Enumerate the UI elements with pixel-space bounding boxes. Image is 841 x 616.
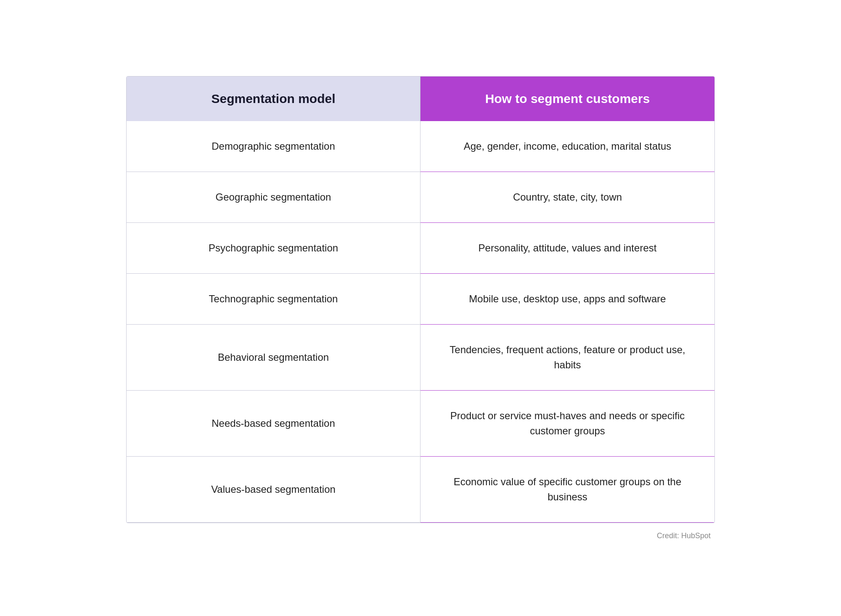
table-row-right: Mobile use, desktop use, apps and softwa… bbox=[420, 274, 714, 325]
table-row-left: Values-based segmentation bbox=[127, 457, 420, 523]
header-col2-label: How to segment customers bbox=[485, 92, 650, 106]
header-col2: How to segment customers bbox=[420, 77, 714, 121]
table-row-left: Behavioral segmentation bbox=[127, 325, 420, 391]
table-row-right: Country, state, city, town bbox=[420, 172, 714, 223]
how-label: Age, gender, income, education, marital … bbox=[464, 139, 672, 154]
model-label: Psychographic segmentation bbox=[209, 241, 338, 256]
table-header: Segmentation model How to segment custom… bbox=[127, 77, 714, 121]
segmentation-table: Segmentation model How to segment custom… bbox=[126, 76, 715, 523]
model-label: Needs-based segmentation bbox=[212, 416, 335, 431]
table-row-left: Demographic segmentation bbox=[127, 121, 420, 172]
table-row-left: Technographic segmentation bbox=[127, 274, 420, 325]
how-label: Tendencies, frequent actions, feature or… bbox=[442, 342, 693, 373]
main-container: Segmentation model How to segment custom… bbox=[126, 76, 715, 540]
how-label: Economic value of specific customer grou… bbox=[442, 474, 693, 505]
table-row-right: Personality, attitude, values and intere… bbox=[420, 223, 714, 274]
table-row-left: Needs-based segmentation bbox=[127, 391, 420, 457]
model-label: Values-based segmentation bbox=[211, 482, 336, 497]
how-label: Product or service must-haves and needs … bbox=[442, 408, 693, 439]
table-row-right: Age, gender, income, education, marital … bbox=[420, 121, 714, 172]
header-col1-label: Segmentation model bbox=[211, 92, 335, 106]
model-label: Behavioral segmentation bbox=[218, 350, 329, 365]
model-label: Geographic segmentation bbox=[216, 190, 331, 205]
table-row-left: Psychographic segmentation bbox=[127, 223, 420, 274]
model-label: Technographic segmentation bbox=[209, 291, 338, 307]
table-row-right: Product or service must-haves and needs … bbox=[420, 391, 714, 457]
credit-text: Credit: HubSpot bbox=[657, 531, 711, 540]
how-label: Mobile use, desktop use, apps and softwa… bbox=[469, 291, 666, 307]
table-body: Demographic segmentationAge, gender, inc… bbox=[127, 121, 714, 523]
table-row-right: Economic value of specific customer grou… bbox=[420, 457, 714, 523]
table-row-left: Geographic segmentation bbox=[127, 172, 420, 223]
credit-row: Credit: HubSpot bbox=[126, 523, 715, 540]
model-label: Demographic segmentation bbox=[212, 139, 335, 154]
table-row-right: Tendencies, frequent actions, feature or… bbox=[420, 325, 714, 391]
header-col1: Segmentation model bbox=[127, 77, 420, 121]
how-label: Country, state, city, town bbox=[513, 190, 622, 205]
how-label: Personality, attitude, values and intere… bbox=[479, 241, 657, 256]
